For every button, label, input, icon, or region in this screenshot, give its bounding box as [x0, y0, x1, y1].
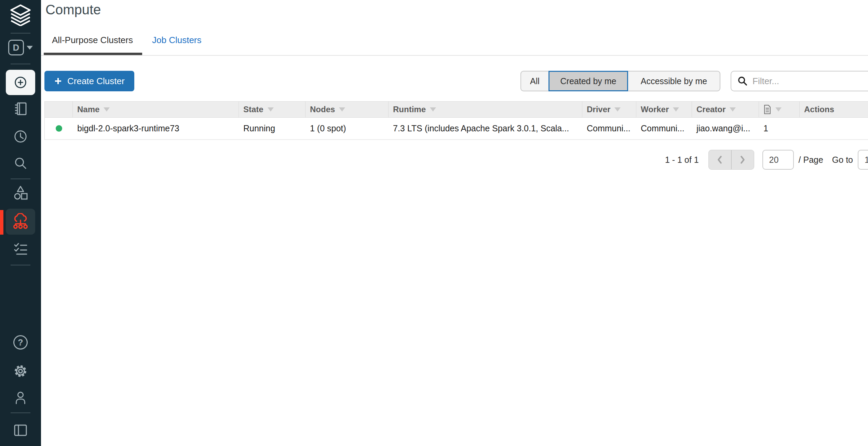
- header-status: [45, 102, 73, 117]
- sidebar-item-recents[interactable]: [13, 129, 28, 144]
- cluster-status-cell: [45, 125, 73, 132]
- sidebar-item-settings[interactable]: [13, 363, 28, 379]
- active-indicator-bar: [0, 210, 3, 235]
- panel-toggle-icon: [13, 423, 28, 437]
- gear-icon: [13, 363, 28, 379]
- cluster-state-cell: Running: [239, 123, 306, 133]
- checklist-icon: [13, 242, 28, 257]
- databricks-logo-icon[interactable]: [9, 4, 32, 26]
- sort-caret-icon[interactable]: [673, 107, 679, 112]
- sidebar-item-workspace[interactable]: [13, 101, 28, 116]
- plus-circle-icon: [13, 75, 28, 90]
- header-actions: Actions: [800, 102, 868, 117]
- help-glyph: ?: [18, 338, 23, 347]
- create-cluster-label: Create Cluster: [67, 76, 125, 87]
- search-icon: [13, 156, 28, 170]
- cluster-name-cell[interactable]: bigdl-2.0-spark3-runtime73: [73, 123, 239, 133]
- header-nodes[interactable]: Nodes: [306, 102, 389, 117]
- chevron-left-icon: [716, 155, 723, 165]
- clock-icon: [13, 129, 28, 144]
- filter-accessible-by-me-button[interactable]: Accessible by me: [627, 71, 720, 91]
- pagination-nav-group: [708, 150, 754, 170]
- sidebar: D: [0, 0, 41, 446]
- sort-caret-icon[interactable]: [104, 107, 110, 112]
- sidebar-collapse-toggle[interactable]: [13, 423, 28, 437]
- person-icon: [13, 391, 28, 405]
- next-page-button[interactable]: [731, 150, 754, 170]
- sort-caret-icon[interactable]: [268, 107, 274, 112]
- header-notebooks[interactable]: [759, 102, 800, 117]
- prev-page-button[interactable]: [708, 150, 731, 170]
- filter-all-button[interactable]: All: [520, 71, 549, 91]
- sidebar-divider: [11, 265, 30, 265]
- sort-caret-icon[interactable]: [430, 107, 436, 112]
- sidebar-item-data[interactable]: [13, 185, 28, 201]
- cluster-runtime-cell: 7.3 LTS (includes Apache Spark 3.0.1, Sc…: [389, 123, 582, 133]
- header-state[interactable]: State: [239, 102, 306, 117]
- chevron-right-icon: [739, 155, 746, 165]
- goto-label: Go to: [832, 155, 853, 165]
- help-icon: ?: [13, 335, 28, 350]
- cluster-worker-cell: Communi...: [636, 123, 692, 133]
- sidebar-item-search[interactable]: [13, 156, 28, 170]
- sort-caret-icon[interactable]: [614, 107, 621, 112]
- sidebar-item-account[interactable]: [13, 391, 28, 405]
- workspace-letter: D: [13, 42, 19, 53]
- sort-caret-icon[interactable]: [339, 107, 345, 112]
- table-header-row: Name State Nodes Runtime Driver Worker: [45, 101, 868, 118]
- page-title: Compute: [45, 2, 101, 17]
- sidebar-divider: [11, 33, 30, 34]
- tab-all-purpose-clusters[interactable]: All-Purpose Clusters: [52, 35, 133, 45]
- cluster-nodes-cell: 1 (0 spot): [306, 123, 389, 133]
- main-content: Compute All-Purpose Clusters Job Cluster…: [41, 0, 868, 446]
- workspace-d-icon: D: [8, 40, 24, 55]
- document-icon: [763, 105, 771, 114]
- notebook-icon: [13, 101, 28, 116]
- data-shapes-icon: [13, 185, 28, 201]
- sidebar-item-help[interactable]: ?: [13, 335, 28, 350]
- sidebar-item-compute[interactable]: [6, 209, 35, 235]
- filter-created-by-me-button[interactable]: Created by me: [548, 71, 628, 91]
- create-cluster-button[interactable]: Create Cluster: [44, 71, 134, 91]
- table-row[interactable]: bigdl-2.0-spark3-runtime73 Running 1 (0 …: [45, 118, 868, 140]
- sidebar-divider: [11, 179, 30, 179]
- filter-input[interactable]: [752, 76, 868, 87]
- tabs-divider: [41, 55, 868, 56]
- workspace-switcher[interactable]: D: [8, 40, 33, 55]
- header-runtime[interactable]: Runtime: [389, 102, 582, 117]
- goto-page-input[interactable]: [858, 150, 868, 170]
- sidebar-item-jobs[interactable]: [13, 242, 28, 257]
- sort-caret-icon[interactable]: [730, 107, 736, 112]
- sidebar-divider: [11, 412, 30, 413]
- header-creator[interactable]: Creator: [692, 102, 759, 117]
- chevron-down-icon: [27, 46, 33, 50]
- search-icon: [737, 76, 748, 86]
- per-page-label: / Page: [799, 155, 823, 165]
- filter-search-box: [731, 71, 868, 91]
- cluster-creator-cell: jiao.wang@i...: [692, 123, 759, 133]
- sidebar-item-create[interactable]: [6, 70, 35, 95]
- sort-caret-icon[interactable]: [775, 107, 782, 112]
- sidebar-divider: [11, 64, 30, 64]
- pagination-range: 1 - 1 of 1: [665, 155, 699, 165]
- header-name[interactable]: Name: [73, 102, 239, 117]
- pagination-bar: 1 - 1 of 1 / Page Go to: [41, 149, 868, 170]
- ownership-filter-group: All Created by me Accessible by me: [520, 71, 720, 91]
- tab-job-clusters[interactable]: Job Clusters: [152, 35, 202, 45]
- running-status-dot: [56, 125, 62, 132]
- header-driver[interactable]: Driver: [582, 102, 636, 117]
- page-size-input[interactable]: [762, 150, 794, 170]
- clusters-table: Name State Nodes Runtime Driver Worker: [44, 101, 868, 140]
- cluster-notebooks-cell: 1: [759, 123, 800, 133]
- compute-cluster-icon: [12, 213, 29, 230]
- header-worker[interactable]: Worker: [636, 102, 692, 117]
- plus-icon: [54, 77, 62, 85]
- cluster-driver-cell: Communi...: [582, 123, 636, 133]
